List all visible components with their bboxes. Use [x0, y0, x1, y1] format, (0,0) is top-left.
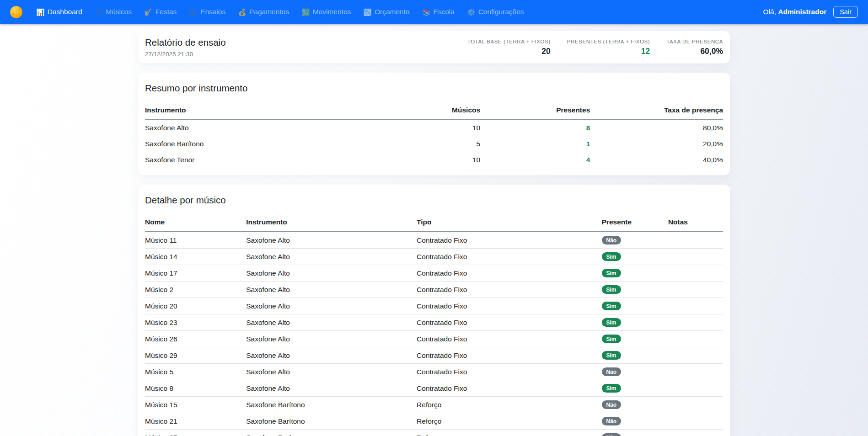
- present-badge: Não: [602, 367, 622, 376]
- movimentos-icon: 💹: [301, 9, 310, 16]
- cell-notes: [668, 347, 723, 364]
- cell-name: Músico 15: [145, 397, 246, 413]
- cell-notes: [668, 265, 723, 282]
- cell-name: Músico 23: [145, 314, 246, 331]
- cell-present: Não: [602, 397, 668, 413]
- cell-notes: [668, 331, 723, 347]
- summary-row: Saxofone Tenor10440,0%: [145, 152, 723, 168]
- cell-type: Contratado Fixo: [417, 380, 601, 397]
- cell-musicians: 10: [423, 120, 480, 136]
- detail-row: Músico 23Saxofone AltoContratado FixoSim: [145, 314, 723, 331]
- cell-type: Contratado Fixo: [417, 282, 601, 298]
- logout-button[interactable]: Sair: [833, 6, 858, 18]
- detail-row: Músico 8Saxofone AltoContratado FixoSim: [145, 380, 723, 397]
- nav-link-configuracoes[interactable]: ⚙️Configurações: [467, 8, 524, 16]
- detail-row: Músico 20Saxofone AltoContratado FixoSim: [145, 298, 723, 314]
- present-badge: Não: [602, 236, 622, 245]
- nav-item-escola: 📚Escola: [422, 8, 455, 16]
- cell-name: Músico 20: [145, 298, 246, 314]
- cell-present: Sim: [602, 298, 668, 314]
- stat-2: TAXA DE PRESENÇA60,0%: [666, 39, 723, 56]
- nav-label-musicos: Músicos: [106, 8, 132, 16]
- nav-item-movimentos: 💹Movimentos: [301, 8, 351, 16]
- user-name: Administrador: [778, 8, 826, 16]
- cell-type: Contratado Fixo: [417, 314, 601, 331]
- cell-type: Reforço: [417, 413, 601, 430]
- nav-link-pagamentos[interactable]: 💰Pagamentos: [238, 8, 289, 16]
- cell-present: Não: [602, 364, 668, 380]
- cell-notes: [668, 397, 723, 413]
- cell-instrument: Saxofone Tenor: [145, 152, 423, 168]
- present-badge: Não: [602, 400, 622, 409]
- nav-link-orcamento[interactable]: 📉Orçamento: [363, 8, 409, 16]
- cell-instrument: Saxofone Alto: [246, 364, 417, 380]
- nav-label-configuracoes: Configurações: [478, 8, 524, 16]
- nav-item-dashboard: 📊Dashboard: [36, 8, 82, 16]
- cell-instrument: Saxofone Barítono: [145, 136, 423, 152]
- summary-title: Resumo por instrumento: [145, 83, 723, 94]
- nav-label-orcamento: Orçamento: [375, 8, 410, 16]
- detail-col-name: Nome: [145, 214, 246, 232]
- nav-link-musicos[interactable]: 🎵Músicos: [95, 8, 132, 16]
- cell-notes: [668, 364, 723, 380]
- cell-type: Contratado Fixo: [417, 364, 601, 380]
- cell-present: Não: [602, 413, 668, 430]
- cell-instrument: Saxofone Alto: [246, 265, 417, 282]
- summary-card: Resumo por instrumento Instrumento Músic…: [138, 73, 730, 175]
- detail-row: Músico 17Saxofone AltoContratado FixoSim: [145, 265, 723, 282]
- cell-name: Músico 11: [145, 232, 246, 249]
- cell-present: Sim: [602, 265, 668, 282]
- summary-col-present: Presentes: [480, 102, 590, 120]
- cell-name: Músico 29: [145, 347, 246, 364]
- detail-row: Músico 26Saxofone AltoContratado FixoSim: [145, 331, 723, 347]
- cell-present: Sim: [602, 380, 668, 397]
- summary-col-musicians: Músicos: [423, 102, 480, 120]
- present-badge: Sim: [602, 351, 621, 360]
- cell-name: Músico 5: [145, 364, 246, 380]
- nav-label-pagamentos: Pagamentos: [249, 8, 289, 16]
- nav-link-movimentos[interactable]: 💹Movimentos: [301, 8, 351, 16]
- summary-row: Saxofone Alto10880,0%: [145, 120, 723, 136]
- configuracoes-icon: ⚙️: [467, 9, 476, 16]
- cell-notes: [668, 232, 723, 249]
- cell-type: Contratado Fixo: [417, 265, 601, 282]
- navbar-right: Olá, Administrador Sair: [763, 6, 858, 18]
- present-badge: Não: [602, 433, 622, 436]
- nav-link-festas[interactable]: 🎷Festas: [144, 8, 177, 16]
- cell-rate: 80,0%: [590, 120, 723, 136]
- detail-col-instrument: Instrumento: [246, 214, 417, 232]
- nav-label-ensaios: Ensaios: [200, 8, 225, 16]
- nav-item-festas: 🎷Festas: [144, 8, 177, 16]
- detail-row: Músico 21Saxofone BarítonoReforçoNão: [145, 413, 723, 430]
- summary-col-rate: Taxa de presença: [590, 102, 723, 120]
- stat-value: 60,0%: [666, 47, 723, 56]
- cell-present-count: 4: [480, 152, 590, 168]
- present-badge: Sim: [602, 285, 621, 294]
- trumpet-icon: 🎺: [12, 9, 20, 15]
- cell-instrument: Saxofone Alto: [246, 282, 417, 298]
- app-logo[interactable]: 🎺: [10, 6, 22, 18]
- cell-present: Sim: [602, 331, 668, 347]
- detail-row: Músico 15Saxofone BarítonoReforçoNão: [145, 397, 723, 413]
- report-stats: TOTAL BASE (TERRA + FIXOS)20PRESENTES (T…: [467, 39, 723, 56]
- nav-link-dashboard[interactable]: 📊Dashboard: [36, 8, 82, 16]
- nav-link-ensaios[interactable]: 🎼Ensaios: [189, 8, 225, 16]
- summary-col-instrument: Instrumento: [145, 102, 423, 120]
- summary-row: Saxofone Barítono5120,0%: [145, 136, 723, 152]
- nav-link-escola[interactable]: 📚Escola: [422, 8, 455, 16]
- cell-notes: [668, 282, 723, 298]
- cell-present: Não: [602, 430, 668, 436]
- summary-table: Instrumento Músicos Presentes Taxa de pr…: [145, 102, 723, 168]
- cell-notes: [668, 249, 723, 265]
- cell-instrument: Saxofone Alto: [246, 314, 417, 331]
- detail-col-present: Presente: [602, 214, 668, 232]
- present-badge: Sim: [602, 302, 621, 310]
- nav-item-orcamento: 📉Orçamento: [363, 8, 409, 16]
- present-badge: Não: [602, 417, 622, 425]
- cell-musicians: 5: [423, 136, 480, 152]
- top-navbar: 🎺 📊Dashboard🎵Músicos🎷Festas🎼Ensaios💰Paga…: [0, 0, 868, 24]
- cell-notes: [668, 430, 723, 436]
- nav-item-pagamentos: 💰Pagamentos: [238, 8, 289, 16]
- nav-label-dashboard: Dashboard: [48, 8, 82, 16]
- present-badge: Sim: [602, 318, 621, 327]
